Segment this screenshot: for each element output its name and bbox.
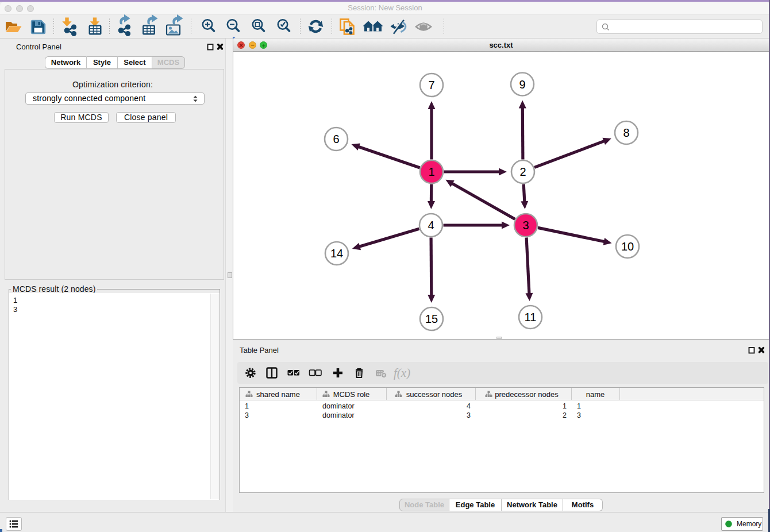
svg-text:7: 7 <box>428 79 434 91</box>
svg-text:1: 1 <box>428 165 434 178</box>
svg-text:10: 10 <box>621 240 634 253</box>
svg-text:8: 8 <box>623 126 629 139</box>
svg-text:6: 6 <box>333 133 339 145</box>
svg-text:2: 2 <box>519 165 526 178</box>
svg-text:9: 9 <box>519 78 525 91</box>
svg-text:11: 11 <box>525 311 537 323</box>
svg-text:14: 14 <box>330 247 343 260</box>
svg-text:4: 4 <box>428 219 434 232</box>
svg-text:3: 3 <box>522 219 529 232</box>
svg-text:f(x): f(x) <box>394 366 410 380</box>
svg-text:15: 15 <box>425 313 438 325</box>
